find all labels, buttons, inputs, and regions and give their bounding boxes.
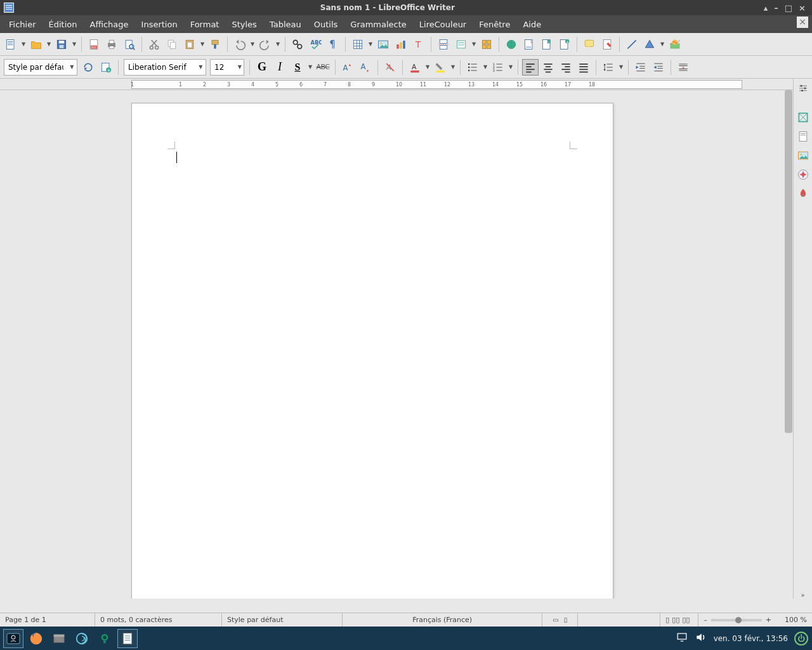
file-manager-icon[interactable] [49, 630, 69, 647]
menu-grammalecte[interactable]: Grammalecte [344, 17, 413, 32]
font-name-dropdown[interactable] [195, 64, 206, 70]
status-style[interactable]: Style par défaut [222, 613, 343, 627]
menu-styles[interactable]: Styles [225, 17, 263, 32]
underline-button[interactable]: S [289, 59, 306, 76]
view-single-page-icon[interactable]: ▯ [665, 616, 669, 624]
selection-mode-icon[interactable]: ▯ [564, 616, 568, 623]
insert-hyperlink-button[interactable] [503, 36, 520, 53]
strikethrough-button[interactable]: ABC [315, 59, 331, 76]
sidebar-more-button[interactable]: » [801, 592, 804, 599]
insert-bookmark-button[interactable] [539, 36, 555, 53]
font-name-combo[interactable] [124, 59, 206, 76]
font-size-input[interactable] [211, 62, 236, 73]
align-center-button[interactable] [540, 59, 556, 76]
insert-image-button[interactable] [375, 36, 391, 53]
menu-insertion[interactable]: Insertion [135, 17, 184, 32]
undo-button[interactable] [232, 36, 248, 53]
new-style-button[interactable]: + [98, 59, 114, 76]
numbered-list-dropdown[interactable] [508, 59, 514, 76]
menu-tableau[interactable]: Tableau [263, 17, 308, 32]
insert-mode-icon[interactable]: ▭ [553, 616, 558, 623]
start-menu-button[interactable] [4, 630, 23, 647]
insert-special-char-button[interactable] [478, 36, 495, 53]
export-pdf-button[interactable]: PDF [86, 36, 102, 53]
paragraph-spacing-button[interactable] [675, 59, 691, 76]
sidebar-navigator-icon[interactable] [796, 168, 810, 182]
zoom-in-button[interactable]: + [766, 616, 771, 624]
insert-field-button[interactable] [453, 36, 469, 53]
bullet-list-dropdown[interactable] [482, 59, 488, 76]
window-maximize-button[interactable]: □ [785, 3, 792, 13]
save-button[interactable] [53, 36, 70, 53]
paste-button[interactable] [181, 36, 198, 53]
increase-indent-button[interactable] [632, 59, 649, 76]
decrease-indent-button[interactable] [650, 59, 667, 76]
new-document-dropdown[interactable] [20, 36, 27, 53]
status-page[interactable]: Page 1 de 1 [0, 613, 95, 627]
window-close-button[interactable]: × [799, 3, 806, 13]
zoom-slider[interactable] [711, 619, 762, 621]
menu-aide[interactable]: Aide [516, 17, 547, 32]
align-justify-button[interactable] [575, 59, 592, 76]
tray-display-icon[interactable] [676, 632, 688, 645]
save-dropdown[interactable] [71, 36, 77, 53]
horizontal-ruler[interactable]: 1123456789101112131415161718 [0, 79, 812, 90]
sidebar-settings-icon[interactable] [796, 81, 810, 95]
basic-shapes-button[interactable] [641, 36, 658, 53]
window-minimize-button[interactable]: – [774, 3, 778, 13]
paragraph-style-input[interactable] [4, 62, 67, 73]
menu-outils[interactable]: Outils [308, 17, 344, 32]
align-left-button[interactable] [522, 59, 539, 76]
window-rollup-button[interactable]: ▴ [764, 3, 768, 13]
redo-button[interactable] [257, 36, 273, 53]
insert-textbox-button[interactable]: T [410, 36, 427, 53]
draw-functions-button[interactable] [667, 36, 683, 53]
basic-shapes-dropdown[interactable] [659, 36, 665, 53]
tray-datetime[interactable]: ven. 03 févr., 13:56 [714, 634, 788, 643]
menu-lirecouleur[interactable]: LireCouleur [413, 17, 473, 32]
font-size-dropdown[interactable] [236, 64, 244, 70]
firefox-icon[interactable] [27, 630, 46, 647]
sidebar-styles-icon[interactable] [796, 187, 810, 201]
insert-page-break-button[interactable] [435, 36, 452, 53]
menu-format[interactable]: Format [184, 17, 226, 32]
menu-edition[interactable]: Édition [43, 17, 84, 32]
undo-dropdown[interactable] [249, 36, 256, 53]
insert-cross-ref-button[interactable]: + [556, 36, 573, 53]
open-button[interactable] [28, 36, 44, 53]
taskbar-writer-button[interactable] [118, 630, 137, 647]
underline-dropdown[interactable] [307, 59, 313, 76]
insert-chart-button[interactable] [393, 36, 409, 53]
clone-formatting-button[interactable] [207, 36, 223, 53]
insert-table-dropdown[interactable] [367, 36, 374, 53]
numbered-list-button[interactable]: 123 [490, 59, 506, 76]
sidebar-page-icon[interactable] [796, 129, 810, 143]
copy-button[interactable] [164, 36, 180, 53]
font-size-combo[interactable] [210, 59, 244, 76]
bold-button[interactable]: G [254, 59, 270, 76]
insert-comment-button[interactable] [581, 36, 598, 53]
cut-button[interactable] [146, 36, 162, 53]
view-book-icon[interactable]: ▯▯ [682, 616, 690, 624]
font-color-button[interactable]: A [407, 59, 423, 76]
app-swirl-icon[interactable] [72, 630, 91, 647]
menu-fenetre[interactable]: Fenêtre [473, 17, 516, 32]
insert-field-dropdown[interactable] [471, 36, 477, 53]
insert-line-button[interactable] [624, 36, 640, 53]
paragraph-style-combo[interactable] [4, 59, 77, 76]
find-replace-button[interactable] [289, 36, 306, 53]
status-word-count[interactable]: 0 mots, 0 caractères [95, 613, 222, 627]
italic-button[interactable]: I [272, 59, 288, 76]
menu-fichier[interactable]: Fichier [3, 17, 43, 32]
status-language[interactable]: Français (France) [343, 613, 542, 627]
print-preview-button[interactable] [121, 36, 138, 53]
line-spacing-button[interactable] [600, 59, 617, 76]
new-document-button[interactable] [3, 36, 19, 53]
track-changes-button[interactable] [599, 36, 615, 53]
highlight-dropdown[interactable] [450, 59, 456, 76]
page[interactable] [131, 103, 613, 599]
update-style-button[interactable] [80, 59, 96, 76]
spellcheck-button[interactable]: ABC [307, 36, 324, 53]
font-name-input[interactable] [124, 62, 195, 73]
menu-affichage[interactable]: Affichage [83, 17, 134, 32]
